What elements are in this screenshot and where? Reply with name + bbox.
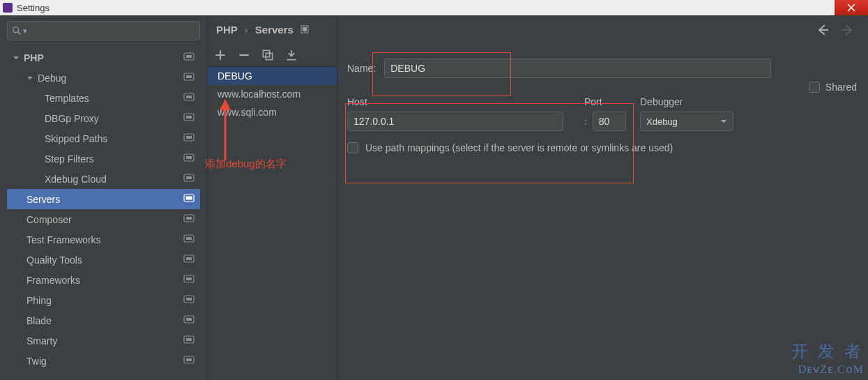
project-scope-icon <box>183 275 195 285</box>
titlebar: Settings <box>0 0 868 15</box>
breadcrumb: PHP › Servers <box>208 15 337 43</box>
tree-item-step-filters[interactable]: Step Filters <box>7 149 200 169</box>
window-title: Settings <box>17 3 50 13</box>
name-label: Name: <box>347 63 376 74</box>
close-icon <box>847 3 855 12</box>
project-scope-icon <box>183 356 195 366</box>
tree-item-blade[interactable]: Blade <box>7 310 200 330</box>
expand-icon <box>300 24 309 36</box>
project-scope-icon <box>183 93 195 103</box>
app-icon <box>3 3 13 13</box>
tree-label: Blade <box>26 315 52 326</box>
back-button[interactable] <box>816 24 829 38</box>
tree-item-twig[interactable]: Twig <box>7 351 200 371</box>
path-mappings-row[interactable]: Use path mappings (select if the server … <box>347 142 858 153</box>
tree-item-composer[interactable]: Composer <box>7 209 200 229</box>
port-input[interactable] <box>593 112 626 131</box>
svg-rect-5 <box>186 75 192 78</box>
settings-tree: PHP Debug Templates DBGp Proxy Skipped P… <box>7 47 200 380</box>
svg-rect-29 <box>186 318 192 321</box>
svg-rect-35 <box>303 27 307 31</box>
host-label: Host <box>347 96 584 107</box>
project-scope-icon <box>183 315 195 326</box>
port-label: Port <box>584 96 633 107</box>
project-scope-icon <box>183 133 195 144</box>
server-item[interactable]: www.sqli.com <box>208 103 337 121</box>
server-form: Name: Host Port : Debugger <box>347 59 858 153</box>
tree-item-dbgp-proxy[interactable]: DBGp Proxy <box>7 108 200 128</box>
project-scope-icon <box>183 234 195 245</box>
server-item[interactable]: www.localhost.com <box>208 85 337 103</box>
import-button[interactable] <box>286 50 297 61</box>
tree-item-servers[interactable]: Servers <box>7 189 200 209</box>
tree-label: Xdebug Cloud <box>45 174 107 185</box>
tree-item-quality-tools[interactable]: Quality Tools <box>7 250 200 270</box>
breadcrumb-part: Servers <box>255 24 294 36</box>
project-scope-icon <box>183 214 195 225</box>
tree-item-smarty[interactable]: Smarty <box>7 330 200 351</box>
name-input[interactable] <box>384 59 771 78</box>
project-scope-icon <box>183 254 195 265</box>
tree-item-test-frameworks[interactable]: Test Frameworks <box>7 229 200 250</box>
debugger-select[interactable]: Xdebug <box>640 112 733 131</box>
svg-rect-23 <box>186 257 192 260</box>
svg-rect-19 <box>186 217 192 220</box>
settings-tree-sidebar: ▾ PHP Debug Templates DBGp Proxy Skipped… <box>0 15 208 380</box>
svg-rect-17 <box>186 197 192 199</box>
tree-label: Test Frameworks <box>26 234 101 245</box>
chevron-down-icon <box>720 118 727 125</box>
tree-label: Quality Tools <box>26 254 82 266</box>
debugger-label: Debugger <box>640 96 745 107</box>
server-name: DEBUG <box>218 70 252 82</box>
server-item[interactable]: DEBUG <box>208 67 337 85</box>
debugger-value: Xdebug <box>646 116 678 127</box>
tree-item-debug[interactable]: Debug <box>7 68 200 88</box>
colon-separator: : <box>584 116 587 127</box>
svg-rect-27 <box>186 298 192 301</box>
tree-label: Skipped Paths <box>45 133 107 144</box>
servers-toolbar <box>208 43 337 67</box>
tree-label: Step Filters <box>45 153 94 165</box>
tree-item-skipped-paths[interactable]: Skipped Paths <box>7 128 200 149</box>
project-scope-icon <box>183 174 195 184</box>
tree-label: Servers <box>26 194 60 205</box>
add-button[interactable] <box>215 50 226 61</box>
host-input[interactable] <box>347 112 563 131</box>
path-mappings-checkbox[interactable] <box>347 142 358 153</box>
svg-point-0 <box>13 27 19 33</box>
remove-button[interactable] <box>238 50 250 61</box>
tree-item-templates[interactable]: Templates <box>7 88 200 108</box>
close-button[interactable] <box>835 0 868 15</box>
server-name: www.sqli.com <box>218 107 277 118</box>
nav-arrows <box>816 24 854 38</box>
search-icon <box>12 26 22 36</box>
svg-rect-21 <box>186 237 192 240</box>
svg-rect-9 <box>186 116 192 119</box>
tree-item-frameworks[interactable]: Frameworks <box>7 270 200 290</box>
project-scope-icon <box>183 295 195 305</box>
project-scope-icon <box>183 73 195 83</box>
project-scope-icon <box>183 335 195 346</box>
tree-label: Twig <box>26 356 47 367</box>
tree-label: DBGp Proxy <box>45 113 99 124</box>
svg-rect-3 <box>186 55 192 58</box>
svg-rect-11 <box>186 136 192 139</box>
search-input[interactable]: ▾ <box>7 21 200 40</box>
tree-label: Smarty <box>26 335 57 347</box>
svg-rect-7 <box>186 96 192 98</box>
watermark-line2: DᴇᴠZᴇ.CᴏM <box>791 363 864 376</box>
forward-button[interactable] <box>842 24 854 38</box>
servers-list: DEBUG www.localhost.com www.sqli.com <box>208 67 337 380</box>
path-mappings-label: Use path mappings (select if the server … <box>365 142 673 153</box>
chevron-down-icon <box>13 54 20 61</box>
svg-rect-13 <box>186 156 192 159</box>
chevron-right-icon: › <box>245 24 248 36</box>
copy-button[interactable] <box>262 50 273 61</box>
tree-item-xdebug-cloud[interactable]: Xdebug Cloud <box>7 169 200 189</box>
server-name: www.localhost.com <box>218 89 300 100</box>
watermark: 开 发 者 DᴇᴠZᴇ.CᴏM <box>791 340 864 376</box>
tree-item-phing[interactable]: Phing <box>7 290 200 310</box>
tree-item-php[interactable]: PHP <box>7 47 200 68</box>
project-scope-icon <box>183 194 195 204</box>
tree-label: Templates <box>45 93 89 104</box>
